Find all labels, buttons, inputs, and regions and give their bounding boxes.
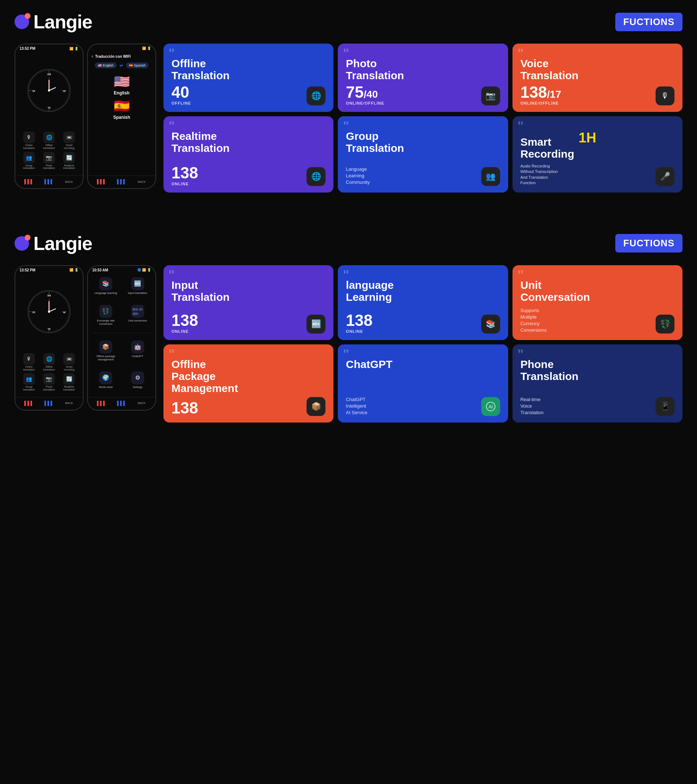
nav-btn-1[interactable]: ▌▌▌ xyxy=(23,178,36,185)
phone-icon-smart-rec[interactable]: 📼 Smartrecording xyxy=(63,132,75,149)
phone3-icon-online[interactable]: 🎙 Onlinetranslation xyxy=(23,353,35,371)
phone3-icon-photo[interactable]: 📷 Phototranslation xyxy=(43,373,55,391)
phone-icon-offline[interactable]: 🌐 Offlinetranslation xyxy=(43,132,55,149)
menu-item-lang-learn[interactable]: 📚 Language learning xyxy=(90,274,122,301)
quote-mark-smart: " xyxy=(518,120,524,133)
photo-label: Phototranslation xyxy=(43,164,55,170)
phone-icon-realtime[interactable]: 🔄 Realtimetranslation xyxy=(63,152,75,170)
nav2-btn-1[interactable]: ▌▌▌ xyxy=(95,178,108,185)
back-arrow-icon[interactable]: ‹ xyxy=(92,54,93,59)
card-icon-realtime[interactable]: 🌐 xyxy=(307,167,325,186)
nav-btn-2[interactable]: ▌▌▌ xyxy=(43,178,56,185)
phone-icon-group[interactable]: 👥 Grouptranslation xyxy=(23,152,35,170)
card-icon-offline[interactable]: 🌐 xyxy=(307,86,325,105)
nav-btn-back[interactable]: BACK xyxy=(62,178,76,185)
phone-icon-online[interactable]: 🎙 Onlinetranslation xyxy=(23,132,35,149)
card-badge-voice: ONLINE/OFFLINE xyxy=(521,101,561,105)
phone-1-status-icons: 📶 🔋 xyxy=(69,47,79,51)
nav3-btn-back[interactable]: BACK xyxy=(62,400,76,407)
phone-4-device: 10:53 AM 🔵 📶 🔋 📚 Language learning 🔤 Inp xyxy=(87,265,156,410)
nav4-btn-back[interactable]: BACK xyxy=(135,400,148,407)
phone-1-icon-row-2: 👥 Grouptranslation 📷 Phototranslation 🔄 … xyxy=(19,152,79,170)
phone3-photo-label: Phototranslation xyxy=(43,385,55,391)
card-subtitle-phone-trans: Real-timeVoiceTranslation xyxy=(521,396,544,416)
menu-divider xyxy=(92,333,151,333)
card-icon-group[interactable]: 👥 xyxy=(481,167,500,186)
card-count-photo: 75 xyxy=(346,84,363,100)
card-realtime-translation: " RealtimeTranslation 138 ONLINE 🌐 xyxy=(163,116,334,193)
menu-label-input-trans: Input translation xyxy=(128,292,147,295)
card-count-input: 138 xyxy=(171,313,198,328)
online-icon: 🎙 xyxy=(23,132,35,143)
phone3-icon-smart-rec[interactable]: 📼 Smartrecording xyxy=(63,353,75,371)
card-offline-package: " OfflinePackageManagement 138 📦 xyxy=(163,344,334,423)
nav4-btn-1[interactable]: ▌▌▌ xyxy=(95,400,108,407)
card-icon-voice[interactable]: 🎙 xyxy=(656,86,674,105)
phone3-icon-group[interactable]: 👥 Grouptranslation xyxy=(23,373,35,391)
menu-item-unit[interactable]: km mdm Unit conversion xyxy=(122,302,154,333)
flag-es: 🇪🇸 xyxy=(129,64,133,67)
svg-text:IX: IX xyxy=(32,311,35,314)
card-count-voice: 138 xyxy=(521,84,547,100)
card-icon-pkg[interactable]: 📦 xyxy=(307,397,325,416)
menu-item-world-clock[interactable]: 🌍 World clock xyxy=(90,368,122,395)
card-icon-lang[interactable]: 📚 xyxy=(481,315,500,334)
group-icon: 👥 xyxy=(23,152,35,163)
phone3-icon-realtime[interactable]: 🔄 Realtimetranslation xyxy=(63,373,75,391)
card-subtitle-chatgpt: ChatGPTIntelligentAI Service xyxy=(346,396,367,416)
phone3-icon-offline[interactable]: 🌐 Offlinetranslation xyxy=(43,353,55,371)
menu-item-exchange[interactable]: 💱 Exchange rate conversion xyxy=(90,302,122,333)
phone-icon-photo[interactable]: 📷 Phototranslation xyxy=(43,152,55,170)
menu-label-lang-learn: Language learning xyxy=(94,292,117,295)
nav2-btn-back[interactable]: BACK xyxy=(135,178,148,185)
section-1: Langie FUCTIONS 13:52 PM 📶 🔋 xyxy=(0,0,697,207)
card-title-lang: languageLearning xyxy=(346,279,500,303)
flag-en: 🇺🇸 xyxy=(98,64,102,67)
logo-area-2: Langie xyxy=(15,232,92,254)
card-icon-chatgpt[interactable]: AI xyxy=(481,397,500,416)
photo-icon: 📷 xyxy=(43,152,55,163)
card-icon-unit[interactable]: 💱 xyxy=(656,315,674,334)
card-badge-offline: OFFLINE xyxy=(171,101,191,105)
card-icon-phone-trans[interactable]: 📱 xyxy=(656,397,674,416)
card-desc-smart: Audio Recording Without Transcription An… xyxy=(521,163,564,186)
nav2-btn-2[interactable]: ▌▌▌ xyxy=(115,178,128,185)
menu-grid: 📚 Language learning 🔤 Input translation … xyxy=(88,273,155,397)
card-icon-photo[interactable]: 📷 xyxy=(481,86,500,105)
nav3-btn-2[interactable]: ▌▌▌ xyxy=(43,400,56,407)
card-badge-lang: ONLINE xyxy=(346,329,372,334)
card-count-realtime: 138 xyxy=(171,165,198,181)
nav3-btn-1[interactable]: ▌▌▌ xyxy=(23,400,36,407)
content-area-2: 13:52 PM 📶 🔋 XII III VI IX xyxy=(15,265,682,423)
phone-4-screen: 10:53 AM 🔵 📶 🔋 📚 Language learning 🔤 Inp xyxy=(88,266,155,410)
lang-pill-en[interactable]: 🇺🇸 English xyxy=(95,63,117,68)
card-bottom-phone-trans: Real-timeVoiceTranslation 📱 xyxy=(521,395,674,416)
phone-4-status-icons: 🔵 📶 🔋 xyxy=(137,268,151,272)
menu-item-chatgpt[interactable]: 🤖 ChatGPT xyxy=(122,338,154,368)
menu-item-offline-pkg[interactable]: 📦 Offline package management xyxy=(90,338,122,368)
phone-4-status: 10:53 AM 🔵 📶 🔋 xyxy=(88,266,155,273)
big-flag-en-label: English xyxy=(114,91,129,96)
phone-1-nav: ▌▌▌ ▌▌▌ BACK xyxy=(15,175,83,188)
card-title-group: GroupTranslation xyxy=(346,130,500,154)
phone-3-device: 13:52 PM 📶 🔋 XII III VI IX xyxy=(15,265,84,410)
menu-icon-lang-learn: 📚 xyxy=(99,277,112,290)
nav4-btn-2[interactable]: ▌▌▌ xyxy=(115,400,128,407)
phone-3-bottom-icons: 🎙 Onlinetranslation 🌐 Offlinetranslation… xyxy=(15,351,83,397)
online-label: Onlinetranslation xyxy=(23,144,35,149)
menu-icon-unit: km mdm xyxy=(131,305,144,318)
card-lang-learning: " languageLearning 138 ONLINE 📚 xyxy=(338,265,508,341)
card-phone-translation: " PhoneTranslation Real-timeVoiceTransla… xyxy=(513,344,682,423)
menu-item-input-trans[interactable]: 🔤 Input translation xyxy=(122,274,154,301)
card-icon-input[interactable]: 🔤 xyxy=(307,315,325,334)
lang-pill-es[interactable]: 🇪🇸 Spanish xyxy=(126,63,149,68)
big-flag-en: 🇺🇸 xyxy=(114,74,130,89)
phone3-smart-rec-label: Smartrecording xyxy=(64,366,74,371)
card-title-photo: PhotoTranslation xyxy=(346,58,500,81)
card-icon-smart[interactable]: 🎤 xyxy=(656,167,674,186)
menu-item-settings[interactable]: ⚙ Settings xyxy=(122,368,154,395)
card-subtitle-unit: SupportsMultipleCurrencyConversions xyxy=(521,307,547,334)
lang-swap-icon[interactable]: ⇌ xyxy=(120,63,123,68)
card-bottom-group: LanguageLearningCommunity 👥 xyxy=(346,165,500,186)
chatgpt-svg: AI xyxy=(486,402,496,412)
